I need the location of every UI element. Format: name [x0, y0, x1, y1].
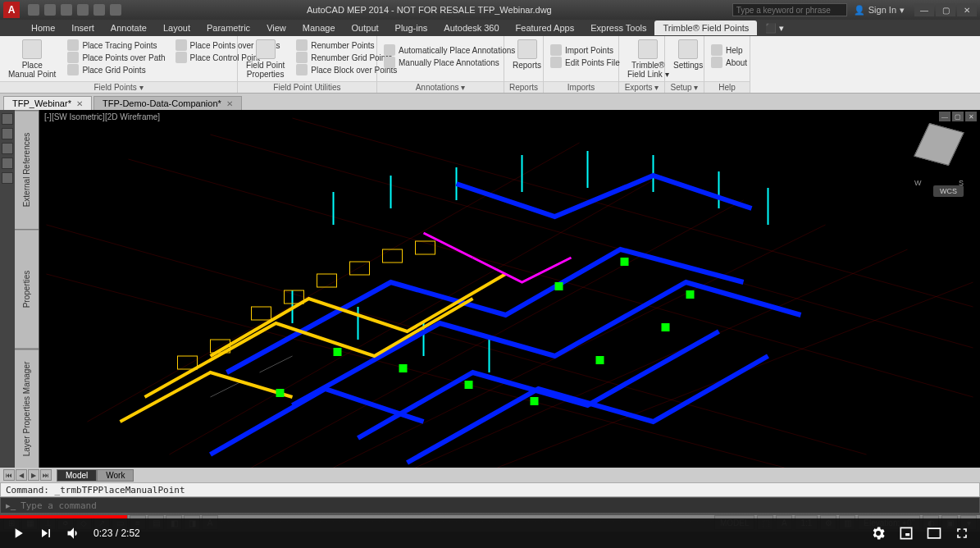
command-input[interactable] [21, 500, 974, 511]
theater-button[interactable] [926, 525, 942, 541]
svg-rect-37 [596, 356, 604, 364]
qat-save-icon[interactable] [61, 4, 72, 16]
svg-line-7 [47, 225, 867, 454]
tracing-icon [67, 39, 79, 51]
nav-next[interactable]: ▶ [28, 469, 39, 481]
manual-annot-icon [384, 57, 395, 68]
viewport-label[interactable]: [-][SW Isometric][2D Wireframe] [41, 112, 163, 122]
panel-label: Reports [504, 81, 543, 93]
tab-layout[interactable]: Layout [155, 21, 198, 35]
play-button[interactable] [10, 525, 26, 541]
palette-properties[interactable]: Properties [15, 229, 39, 348]
vp-minimize[interactable]: — [939, 112, 950, 121]
tool-icon[interactable] [2, 143, 13, 154]
layout-tab-model[interactable]: Model [57, 469, 97, 482]
wcs-badge[interactable]: WCS [933, 185, 964, 197]
auto-annot-icon [384, 44, 395, 56]
svg-line-10 [293, 118, 973, 307]
place-manual-point-button[interactable]: Place Manual Point [3, 38, 61, 80]
nav-last[interactable]: ⏭ [40, 469, 52, 481]
help-search-input[interactable] [732, 3, 847, 16]
palette-external-references[interactable]: External References [15, 110, 39, 229]
control-icon [175, 52, 187, 63]
help-button[interactable]: Help [708, 44, 750, 56]
tab-output[interactable]: Output [344, 21, 387, 35]
fullscreen-button[interactable] [954, 525, 970, 541]
app-menu-icon[interactable]: A [3, 2, 20, 18]
svg-rect-39 [276, 389, 285, 397]
volume-button[interactable] [66, 525, 82, 541]
renumber-grid-icon [296, 52, 308, 63]
video-time: 0:23 / 2:52 [93, 527, 140, 539]
miniplayer-button[interactable] [898, 525, 914, 541]
viewcube-face[interactable] [914, 123, 964, 166]
nav-first[interactable]: ⏮ [3, 469, 15, 481]
document-tab-2[interactable]: TFP-Demo-Data-Companion*✕ [93, 96, 242, 110]
tab-trimble-field-points[interactable]: Trimble® Field Points [654, 21, 757, 35]
quick-access-toolbar [23, 4, 126, 16]
tab-plugins[interactable]: Plug-ins [387, 21, 436, 35]
tool-icon[interactable] [2, 172, 13, 184]
panel-label[interactable]: Setup ▾ [665, 81, 704, 93]
ribbon-panel-imports: Import Points Edit Points File Imports [544, 36, 619, 93]
layout-tab-work[interactable]: Work [97, 469, 134, 482]
next-button[interactable] [38, 525, 54, 541]
close-icon[interactable]: ✕ [76, 99, 83, 108]
qat-new-icon[interactable] [28, 4, 39, 16]
drawing-viewport[interactable]: [-][SW Isometric][2D Wireframe] — ▢ ✕ W … [39, 110, 980, 468]
qat-open-icon[interactable] [44, 4, 56, 16]
settings-button[interactable]: Settings [668, 38, 708, 71]
tab-home[interactable]: Home [23, 21, 63, 35]
qat-redo-icon[interactable] [93, 4, 105, 16]
manual-place-annotations-button[interactable]: Manually Place Annotations [381, 57, 518, 68]
tab-manage[interactable]: Manage [294, 21, 344, 35]
tab-featured-apps[interactable]: Featured Apps [508, 21, 583, 35]
place-grid-points-button[interactable]: Place Grid Points [64, 64, 168, 75]
close-icon[interactable]: ✕ [226, 99, 233, 108]
about-button[interactable]: About [708, 57, 750, 68]
label: Help [726, 46, 743, 55]
total-time: 2:52 [121, 527, 139, 539]
tool-icon[interactable] [2, 113, 13, 125]
tab-parametric[interactable]: Parametric [198, 21, 258, 35]
vp-close[interactable]: ✕ [965, 112, 977, 121]
tab-view[interactable]: View [258, 21, 294, 35]
document-tab-1[interactable]: TFP_Webinar*✕ [3, 96, 92, 110]
maximize-button[interactable]: ▢ [936, 3, 955, 16]
panel-label[interactable]: Exports ▾ [619, 81, 664, 93]
sign-in-button[interactable]: 👤 Sign In ▾ [847, 5, 911, 16]
tool-icon[interactable] [2, 158, 13, 169]
tool-icon[interactable] [2, 128, 13, 139]
close-button[interactable]: ✕ [957, 3, 977, 16]
qat-undo-icon[interactable] [77, 4, 89, 16]
field-point-properties-button[interactable]: Field Point Properties [241, 38, 289, 80]
palette-layer-manager[interactable]: Layer Properties Manager [15, 349, 39, 468]
command-input-row[interactable]: ▸_ [0, 497, 980, 514]
viewcube[interactable]: W S [914, 126, 964, 176]
label: TFP-Demo-Data-Companion* [103, 98, 221, 108]
panel-label: Field Point Utilities [238, 81, 376, 93]
tab-autodesk360[interactable]: Autodesk 360 [435, 21, 507, 35]
reports-button[interactable]: Reports [508, 38, 546, 71]
tab-annotate[interactable]: Annotate [103, 21, 155, 35]
panel-label[interactable]: Annotations ▾ [377, 81, 504, 93]
qat-plot-icon[interactable] [110, 4, 121, 16]
settings-button[interactable] [870, 525, 887, 541]
vp-maximize[interactable]: ▢ [952, 112, 964, 121]
nav-prev[interactable]: ◀ [16, 469, 27, 481]
label: Renumber Points [311, 41, 374, 50]
tab-express-tools[interactable]: Express Tools [582, 21, 654, 35]
svg-line-3 [334, 225, 826, 468]
place-tracing-points-button[interactable]: Place Tracing Points [64, 39, 168, 51]
svg-rect-29 [383, 249, 403, 263]
label: About [726, 58, 747, 67]
panel-label[interactable]: Field Points ▾ [0, 81, 237, 93]
auto-place-annotations-button[interactable]: Automatically Place Annotations [381, 44, 518, 56]
current-time: 0:23 [93, 527, 112, 539]
tab-ribbon-minimize[interactable]: ⬛ ▾ [757, 21, 792, 36]
import-points-button[interactable]: Import Points [547, 44, 623, 56]
place-points-over-path-button[interactable]: Place Points over Path [64, 52, 168, 63]
edit-points-file-button[interactable]: Edit Points File [547, 57, 623, 68]
tab-insert[interactable]: Insert [63, 21, 103, 35]
minimize-button[interactable]: — [914, 3, 934, 16]
